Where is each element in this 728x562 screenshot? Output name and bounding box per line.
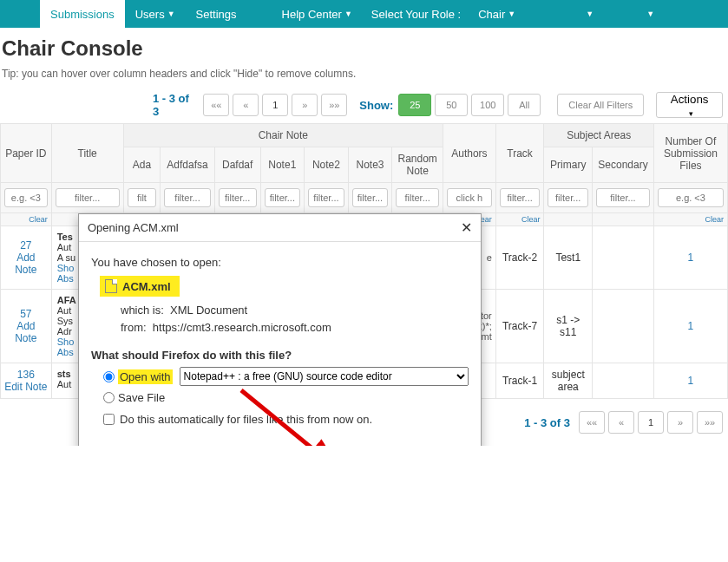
user-dropdown[interactable]: ▼ bbox=[602, 0, 663, 28]
col-track[interactable]: Track bbox=[495, 124, 544, 183]
page-first[interactable]: «« bbox=[203, 94, 229, 116]
open-with-select[interactable]: Notepad++ : a free (GNU) source code edi… bbox=[180, 367, 469, 386]
result-range-top: 1 - 3 of 3 bbox=[153, 92, 194, 118]
primary-cell: Test1 bbox=[544, 226, 593, 290]
filter-n2[interactable] bbox=[308, 188, 344, 207]
page-prev-bottom[interactable]: « bbox=[608, 411, 634, 434]
filter-rn[interactable] bbox=[396, 188, 439, 207]
paper-id[interactable]: 57 bbox=[20, 308, 31, 320]
col-numfiles[interactable]: Number Of Submission Files bbox=[653, 124, 727, 183]
files-count[interactable]: 1 bbox=[688, 375, 694, 387]
colgroup-chair-note: Chair Note bbox=[123, 124, 443, 147]
which-is-value: XML Document bbox=[170, 304, 247, 317]
track-cell: Track-2 bbox=[495, 226, 544, 290]
clear-paper-id[interactable]: Clear bbox=[29, 215, 48, 224]
clear-all-filters[interactable]: Clear All Filters bbox=[557, 94, 644, 116]
primary-cell: s1 -> s11 bbox=[544, 290, 593, 363]
pagesize-all[interactable]: All bbox=[508, 94, 541, 116]
secondary-cell bbox=[593, 363, 654, 399]
col-title[interactable]: Title bbox=[51, 124, 123, 183]
pagesize-25[interactable]: 25 bbox=[398, 94, 431, 116]
chevron-down-icon: ▼ bbox=[646, 10, 654, 18]
download-dialog: Opening ACM.xml ✕ You have chosen to ope… bbox=[78, 213, 482, 446]
filter-numfiles[interactable] bbox=[658, 188, 724, 207]
secondary-cell bbox=[593, 226, 654, 290]
col-note1[interactable]: Note1 bbox=[260, 147, 305, 183]
clear-track[interactable]: Clear bbox=[521, 215, 541, 224]
page-1[interactable]: 1 bbox=[262, 94, 288, 116]
paper-id[interactable]: 136 bbox=[17, 369, 35, 381]
role-dropdown[interactable]: Chair▼ bbox=[469, 0, 524, 28]
save-file-label: Save File bbox=[118, 391, 165, 404]
chevron-down-icon: ▼ bbox=[586, 10, 594, 18]
chevron-down-icon: ▼ bbox=[167, 10, 175, 18]
dialog-title: Opening ACM.xml bbox=[88, 221, 179, 234]
auto-checkbox[interactable] bbox=[103, 414, 115, 425]
col-random-note[interactable]: Random Note bbox=[392, 147, 443, 183]
open-with-radio[interactable] bbox=[103, 371, 115, 382]
open-with-label: Open with bbox=[118, 369, 173, 384]
filter-n1[interactable] bbox=[265, 188, 301, 207]
actions-button[interactable]: Actions ▾ bbox=[656, 92, 723, 118]
filter-primary[interactable] bbox=[548, 188, 588, 207]
filter-secondary[interactable] bbox=[596, 188, 650, 207]
page-prev[interactable]: « bbox=[233, 94, 259, 116]
nav-submissions[interactable]: Submissions bbox=[40, 0, 125, 28]
nav-users[interactable]: Users▼ bbox=[125, 0, 186, 28]
primary-cell: subject area bbox=[544, 363, 593, 399]
page-next[interactable]: » bbox=[292, 94, 318, 116]
filter-dafdaf[interactable] bbox=[219, 188, 257, 207]
col-note2[interactable]: Note2 bbox=[305, 147, 349, 183]
page-last[interactable]: »» bbox=[321, 94, 347, 116]
col-primary[interactable]: Primary bbox=[544, 147, 593, 183]
page-last-bottom[interactable]: »» bbox=[697, 411, 723, 434]
col-note3[interactable]: Note3 bbox=[348, 147, 392, 183]
filter-paper-id[interactable] bbox=[4, 188, 48, 207]
which-is-label: which is: bbox=[121, 304, 164, 317]
filter-track[interactable] bbox=[500, 188, 541, 207]
dialog-file: ACM.xml bbox=[100, 276, 180, 297]
toolbar: 1 - 3 of 3 «« « 1 » »» Show: 25 50 100 A… bbox=[0, 88, 728, 123]
page-next-bottom[interactable]: » bbox=[667, 411, 693, 434]
page-first-bottom[interactable]: «« bbox=[579, 411, 605, 434]
from-value: https://cmt3.research.microsoft.com bbox=[153, 321, 331, 334]
conf-dropdown[interactable]: ▼ bbox=[524, 0, 602, 28]
top-nav: Submissions Users▼ Settings Help Center▼… bbox=[0, 0, 728, 28]
filter-adf[interactable] bbox=[164, 188, 211, 207]
select-role-label: Select Your Role : bbox=[363, 0, 469, 28]
track-cell: Track-7 bbox=[495, 290, 544, 363]
col-authors[interactable]: Authors bbox=[443, 124, 496, 183]
track-cell: Track-1 bbox=[495, 363, 544, 399]
chevron-down-icon: ▾ bbox=[689, 109, 693, 118]
dialog-question: What should Firefox do with this file? bbox=[91, 349, 469, 362]
add-note-link[interactable]: Add Note bbox=[15, 252, 36, 276]
page-1-bottom[interactable]: 1 bbox=[638, 411, 664, 434]
pagesize-100[interactable]: 100 bbox=[471, 94, 504, 116]
nav-help[interactable]: Help Center▼ bbox=[272, 0, 363, 28]
clear-numfiles[interactable]: Clear bbox=[705, 215, 724, 224]
show-label: Show: bbox=[359, 99, 393, 112]
col-ada[interactable]: Ada bbox=[123, 147, 161, 183]
result-range-bottom: 1 - 3 of 3 bbox=[524, 416, 570, 429]
files-count[interactable]: 1 bbox=[688, 320, 694, 332]
col-adf[interactable]: Adfdafsa bbox=[161, 147, 215, 183]
col-dafdaf[interactable]: Dafdaf bbox=[214, 147, 260, 183]
page-title: Chair Console bbox=[2, 36, 726, 61]
files-count[interactable]: 1 bbox=[688, 252, 694, 264]
filter-title[interactable] bbox=[56, 188, 120, 207]
nav-settings[interactable]: Settings bbox=[186, 0, 247, 28]
filter-authors[interactable] bbox=[447, 188, 492, 207]
close-icon[interactable]: ✕ bbox=[461, 219, 472, 236]
paper-id[interactable]: 27 bbox=[20, 239, 31, 252]
colgroup-subject: Subject Areas bbox=[544, 124, 654, 147]
pagesize-50[interactable]: 50 bbox=[435, 94, 468, 116]
filter-n3[interactable] bbox=[352, 188, 389, 207]
auto-label: Do this automatically for files like thi… bbox=[120, 413, 372, 426]
add-note-link[interactable]: Add Note bbox=[15, 320, 36, 344]
col-paper-id[interactable]: Paper ID bbox=[1, 124, 52, 183]
col-secondary[interactable]: Secondary bbox=[593, 147, 654, 183]
filter-ada[interactable] bbox=[128, 188, 157, 207]
add-note-link[interactable]: Edit Note bbox=[4, 381, 47, 393]
save-file-radio[interactable] bbox=[103, 392, 115, 403]
chevron-down-icon: ▼ bbox=[344, 10, 352, 18]
